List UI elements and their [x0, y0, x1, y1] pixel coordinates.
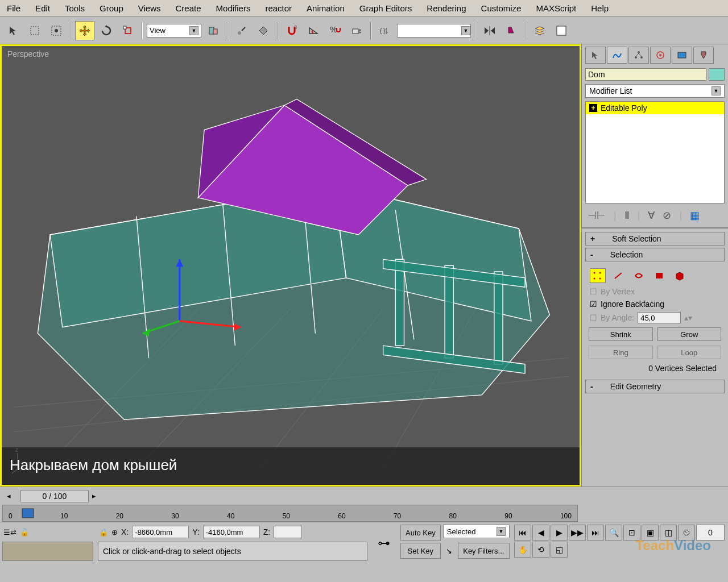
track-lock-icon[interactable]: 🔓 [20, 528, 29, 537]
rollout-soft-selection[interactable]: +Soft Selection [585, 232, 725, 246]
border-subobject-icon[interactable] [631, 268, 647, 283]
viewport-perspective[interactable]: Perspective [0, 44, 581, 487]
align-icon[interactable] [502, 21, 521, 40]
key-mode-icon[interactable]: ⊶ [370, 522, 398, 564]
menu-customize[interactable]: Customize [479, 2, 524, 14]
select-arrow-icon[interactable] [3, 21, 23, 40]
play-icon[interactable]: ▶ [551, 525, 568, 541]
tab-create-icon[interactable] [585, 47, 606, 64]
shrink-button[interactable]: Shrink [589, 327, 653, 341]
menu-help[interactable]: Help [589, 2, 611, 14]
menu-file[interactable]: File [5, 2, 23, 14]
by-angle-checkbox[interactable]: ☐By Angle:▴▾ [589, 310, 721, 325]
pin-stack-icon[interactable]: ⊣⊢ [588, 209, 606, 222]
svg-point-47 [635, 56, 637, 59]
prev-frame-icon[interactable]: ◀ [532, 525, 549, 541]
percent-snap-icon[interactable]: % [325, 21, 345, 40]
loop-button[interactable]: Loop [657, 346, 722, 359]
tab-display-icon[interactable] [672, 47, 692, 64]
modifier-stack[interactable]: +Editable Poly [585, 101, 725, 203]
zoom-icon[interactable]: 🔍 [605, 525, 622, 541]
pivot-icon[interactable] [204, 21, 223, 40]
edge-subobject-icon[interactable] [610, 268, 626, 283]
goto-end-icon[interactable]: ⏭ [587, 525, 604, 541]
ring-button[interactable]: Ring [589, 346, 653, 359]
modifier-list-dropdown[interactable]: Modifier List▼ [585, 84, 725, 98]
svg-rect-56 [656, 273, 663, 278]
object-color-swatch[interactable] [709, 68, 725, 81]
svg-point-54 [594, 278, 595, 280]
rotate-icon[interactable] [97, 21, 116, 40]
ignore-backfacing-checkbox[interactable]: ☑Ignore Backfacing [589, 298, 721, 310]
by-vertex-checkbox[interactable]: ☐By Vertex [589, 285, 721, 298]
goto-start-icon[interactable]: ⏮ [514, 525, 531, 541]
menu-group[interactable]: Group [97, 2, 126, 14]
y-coord-input[interactable] [203, 526, 260, 538]
svg-text:3: 3 [294, 24, 297, 30]
remove-modifier-icon[interactable]: ⊘ [663, 209, 671, 222]
timeline-key-icon [5, 506, 39, 521]
menu-rendering[interactable]: Rendering [424, 2, 468, 14]
pan-icon[interactable]: ✋ [514, 542, 531, 558]
main-area: Perspective [0, 44, 728, 487]
lock-selection-icon[interactable]: 🔒 [99, 528, 108, 537]
polygon-subobject-icon[interactable] [651, 268, 667, 283]
menu-modifiers[interactable]: Modifiers [214, 2, 253, 14]
select-circular-icon[interactable] [47, 21, 66, 40]
menu-views[interactable]: Views [136, 2, 163, 14]
angle-snap-icon[interactable] [304, 21, 323, 40]
tab-motion-icon[interactable] [650, 47, 671, 64]
menu-tools[interactable]: Tools [63, 2, 87, 14]
menu-grapheditors[interactable]: Graph Editors [357, 2, 415, 14]
menu-maxscript[interactable]: MAXScript [533, 2, 578, 14]
maximize-viewport-icon[interactable]: ◱ [551, 542, 568, 558]
tab-modify-icon[interactable] [607, 47, 627, 64]
autokey-button[interactable]: Auto Key [400, 525, 441, 541]
menu-create[interactable]: Create [173, 2, 204, 14]
configure-sets-icon[interactable]: ▦ [690, 209, 700, 222]
snap-toggle-icon[interactable]: 3 [282, 21, 301, 40]
curve-editor-icon[interactable] [552, 21, 571, 40]
z-coord-input[interactable] [274, 526, 302, 538]
show-end-result-icon[interactable]: Ⅱ [624, 209, 630, 222]
mirror-icon[interactable] [480, 21, 499, 40]
menu-animation[interactable]: Animation [304, 2, 347, 14]
menu-edit[interactable]: Edit [33, 2, 52, 14]
element-subobject-icon[interactable] [672, 268, 688, 283]
arc-rotate-icon[interactable]: ⟲ [532, 542, 549, 558]
tab-utilities-icon[interactable] [693, 47, 714, 64]
stack-item-editable-poly[interactable]: +Editable Poly [586, 102, 724, 114]
coord-system-dropdown[interactable]: View▼ [147, 24, 201, 38]
named-selection-icon[interactable]: { } [375, 21, 395, 40]
keyfilters-button[interactable]: Key Filters... [458, 543, 510, 559]
keymode-toggle-icon[interactable]: ↘ [443, 543, 456, 559]
named-selection-dropdown[interactable]: ▼ [397, 24, 471, 38]
x-coord-input[interactable] [132, 526, 189, 538]
time-slider[interactable]: ◂ 0 / 100 ▸ [0, 487, 728, 505]
keyboard-shortcut-icon[interactable] [254, 21, 273, 40]
move-icon[interactable] [75, 21, 94, 40]
rollout-edit-geometry[interactable]: -Edit Geometry [585, 380, 725, 393]
select-region-icon[interactable] [25, 21, 44, 40]
make-unique-icon[interactable]: ∀ [648, 209, 655, 222]
by-angle-input[interactable] [638, 312, 681, 323]
select-manipulate-icon[interactable] [232, 21, 251, 40]
next-frame-icon[interactable]: ▶▶ [569, 525, 586, 541]
frame-indicator[interactable]: 0 / 100 [20, 490, 89, 502]
track-bar[interactable] [2, 542, 93, 561]
transform-type-in-icon[interactable]: ⊕ [111, 528, 118, 537]
spinner-snap-icon[interactable] [347, 21, 366, 40]
layers-icon[interactable] [530, 21, 549, 40]
object-name-input[interactable] [585, 68, 706, 81]
setkey-button[interactable]: Set Key [400, 543, 441, 559]
grow-button[interactable]: Grow [657, 327, 722, 341]
vertex-subobject-icon[interactable] [590, 268, 606, 283]
keyfilter-dropdown[interactable]: Selected▼ [443, 525, 510, 538]
rollout-selection[interactable]: -Selection [585, 248, 725, 261]
svg-rect-10 [353, 29, 358, 34]
track-config-icon[interactable]: ☰⇄ [3, 528, 16, 537]
timeline-ruler[interactable]: 0102030405060708090100 [2, 505, 578, 522]
tab-hierarchy-icon[interactable] [628, 47, 649, 64]
scale-icon[interactable] [118, 21, 138, 40]
menu-reactor[interactable]: reactor [263, 2, 294, 14]
